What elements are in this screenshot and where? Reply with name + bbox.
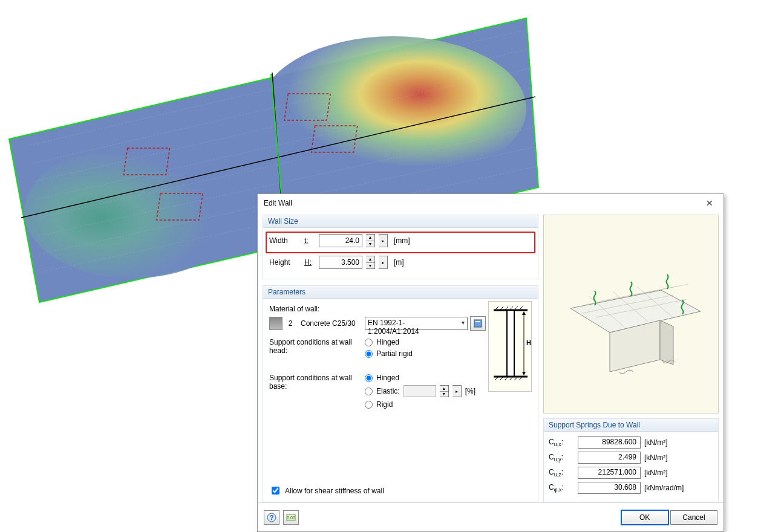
width-input[interactable] <box>319 234 362 247</box>
elastic-unit: [%] <box>465 387 475 395</box>
material-name: Concrete C25/30 <box>298 317 362 329</box>
base-rigid-radio[interactable]: Rigid <box>365 400 475 409</box>
height-label: Height <box>269 258 301 267</box>
spring-unit: [kN/m²] <box>644 438 668 447</box>
shear-stiffness-checkbox[interactable]: Allow for shear stiffness of wall <box>269 485 384 496</box>
svg-marker-42 <box>522 372 526 375</box>
spring-value: 89828.600 <box>578 436 641 449</box>
height-spinner[interactable]: ▲▼ <box>366 256 375 269</box>
svg-marker-53 <box>660 320 673 365</box>
book-icon <box>474 319 482 328</box>
spring-symbol: Cφ,x: <box>549 483 574 493</box>
material-swatch-icon <box>269 317 283 330</box>
spring-row: Cu,x:89828.600[kN/m²] <box>549 436 713 449</box>
parameters-panel: Parameters Material of wall: 2 Concrete … <box>263 285 538 502</box>
spring-symbol: Cu,y: <box>549 453 574 462</box>
width-label: Width <box>269 236 301 245</box>
spring-unit: [kNm/rad/m] <box>644 484 684 492</box>
wall-preview-3d <box>543 215 719 414</box>
spring-unit: [kN/m²] <box>644 469 668 477</box>
base-elastic-radio[interactable]: Elastic: ▲▼ ▸ [%] <box>365 385 475 397</box>
cancel-button[interactable]: Cancel <box>670 510 717 525</box>
spring-row: Cu,y:2.499[kN/m²] <box>549 452 713 464</box>
svg-point-2 <box>260 36 526 181</box>
svg-rect-32 <box>507 310 514 377</box>
svg-text:H: H <box>526 339 531 346</box>
material-index: 2 <box>285 319 296 328</box>
height-unit: [m] <box>394 258 404 267</box>
svg-text:?: ? <box>270 514 274 521</box>
elastic-spinner[interactable]: ▲▼ <box>440 385 449 397</box>
units-icon: 0.00 <box>286 513 296 522</box>
svg-rect-19 <box>474 320 482 327</box>
base-hinged-radio[interactable]: Hinged <box>365 374 475 382</box>
wall-schematic-icon: H <box>488 301 532 392</box>
svg-point-3 <box>24 145 242 278</box>
wall-size-panel: Wall Size Width t: ▲▼ ▸ [mm] Height <box>263 215 538 279</box>
spring-row: Cφ,x:30.608[kNm/rad/m] <box>549 482 713 494</box>
width-step-button[interactable]: ▸ <box>379 234 388 247</box>
dialog-footer: ? 0.00 OK Cancel <box>258 502 724 531</box>
help-icon: ? <box>267 513 276 522</box>
support-head-label: Support conditions at wall head: <box>269 338 354 358</box>
units-button[interactable]: 0.00 <box>283 510 299 525</box>
springs-heading: Support Springs Due to Wall <box>544 419 718 432</box>
width-row-highlight: Width t: ▲▼ ▸ [mm] <box>266 232 535 253</box>
spring-symbol: Cu,z: <box>549 468 574 478</box>
spring-row: Cu,z:212571.000[kN/m²] <box>549 467 713 479</box>
head-partial-rigid-radio[interactable]: Partial rigid <box>365 349 413 358</box>
head-hinged-radio[interactable]: Hinged <box>365 338 413 346</box>
library-button[interactable] <box>470 316 486 331</box>
spring-value: 2.499 <box>578 452 641 464</box>
dialog-title: Edit Wall <box>264 199 292 207</box>
height-step-button[interactable]: ▸ <box>379 256 388 269</box>
elastic-value-field[interactable] <box>404 385 436 397</box>
support-base-label: Support conditions at wall base: <box>269 374 354 409</box>
height-input[interactable] <box>319 256 362 269</box>
svg-rect-20 <box>475 321 480 322</box>
spring-unit: [kN/m²] <box>644 453 668 462</box>
width-symbol: t: <box>304 236 315 245</box>
support-springs-panel: Support Springs Due to Wall Cu,x:89828.6… <box>543 418 719 502</box>
spring-value: 30.608 <box>578 482 641 494</box>
height-symbol: H: <box>304 258 315 267</box>
svg-marker-41 <box>522 311 526 315</box>
wall-size-heading: Wall Size <box>263 215 538 228</box>
width-unit: [mm] <box>394 236 410 245</box>
help-button[interactable]: ? <box>264 510 279 525</box>
spring-symbol: Cu,x: <box>549 438 574 447</box>
svg-text:0.00: 0.00 <box>287 516 295 520</box>
ok-button[interactable]: OK <box>621 510 668 525</box>
elastic-step-button[interactable]: ▸ <box>453 385 462 397</box>
width-spinner[interactable]: ▲▼ <box>366 234 375 247</box>
material-code-select[interactable]: EN 1992-1-1:2004/A1:2014 <box>365 317 468 330</box>
close-button[interactable]: ✕ <box>701 196 719 210</box>
spring-value: 212571.000 <box>578 467 641 479</box>
parameters-heading: Parameters <box>263 286 538 299</box>
edit-wall-dialog: Edit Wall ✕ Wall Size Width t: ▲▼ ▸ [mm <box>257 193 724 532</box>
dialog-titlebar[interactable]: Edit Wall ✕ <box>258 194 724 212</box>
